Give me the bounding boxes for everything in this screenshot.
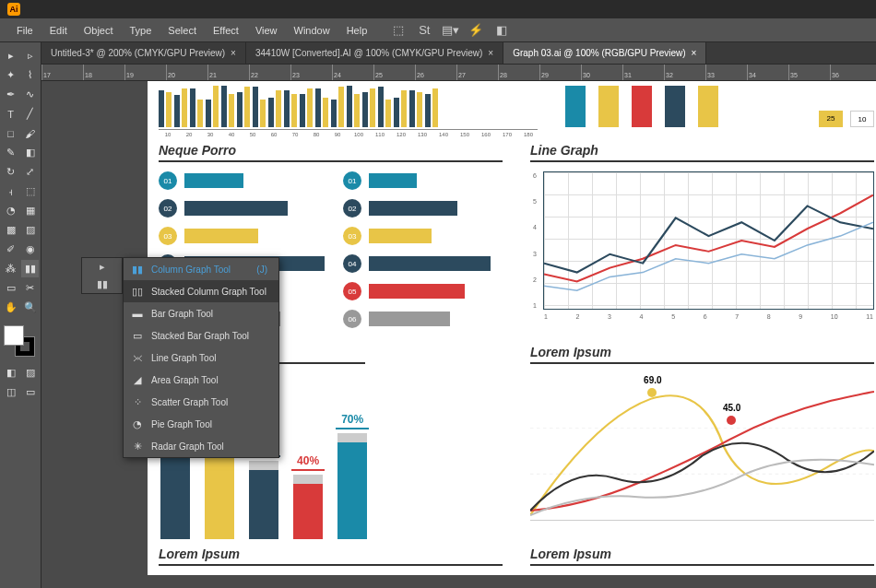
flyout-item-area-graph-tool[interactable]: ◢Area Graph Tool [124, 369, 278, 391]
zoom-tool[interactable]: 🔍 [21, 299, 39, 316]
arrange-icon[interactable]: ▤▾ [442, 22, 458, 39]
flyout-label: Column Graph Tool [151, 265, 231, 275]
flyout-item-scatter-graph-tool[interactable]: ⁘Scatter Graph Tool [124, 391, 278, 413]
mesh-tool[interactable]: ▩ [2, 221, 19, 239]
column-graph-tool[interactable]: ▮▮ [21, 260, 39, 277]
bar [354, 94, 360, 127]
perspective-tool[interactable]: ▦ [21, 202, 39, 219]
bar [370, 88, 375, 127]
free-transform-tool[interactable]: ⬚ [21, 182, 39, 200]
shape-builder-tool[interactable]: ◔ [2, 202, 19, 219]
annotation: 45.0 [723, 403, 740, 413]
bar [307, 88, 313, 127]
prefs-icon[interactable]: ◧ [493, 22, 510, 39]
badge: 03 [159, 227, 177, 245]
doc-tab-1[interactable]: Untitled-3* @ 200% (CMYK/GPU Preview)× [41, 42, 246, 64]
flyout-item-line-graph-tool[interactable]: ⩙Line Graph Tool [124, 347, 278, 369]
blend-tool[interactable]: ◉ [21, 241, 39, 258]
flyout-item-stacked-bar-graph-tool[interactable]: ▭Stacked Bar Graph Tool [124, 324, 278, 347]
doc-tab-3[interactable]: Graph 03.ai @ 100% (RGB/GPU Preview)× [503, 42, 706, 64]
annotation: 69.0 [644, 375, 661, 385]
hand-tool[interactable]: ✋ [2, 299, 19, 316]
symbol-sprayer-tool[interactable]: ⁂ [2, 260, 19, 277]
eyedropper-tool[interactable]: ✐ [2, 241, 19, 258]
color-mode[interactable]: ◧ [2, 364, 19, 382]
shaper-tool[interactable]: ✎ [2, 144, 19, 161]
close-icon[interactable]: × [231, 48, 236, 58]
stock-icon[interactable]: St [416, 22, 432, 39]
magic-wand-tool[interactable]: ✦ [2, 66, 19, 84]
annotation-dot [727, 416, 736, 425]
flyout-drag-handle[interactable]: ▸ ▮▮ [81, 257, 123, 294]
type-tool[interactable]: T [2, 105, 19, 123]
flyout-item-stacked-column-graph-tool[interactable]: ▯▯Stacked Column Graph Tool [124, 280, 278, 302]
section-title: Lorem Ipsum [530, 345, 874, 364]
bar [276, 90, 281, 127]
artboard-tool[interactable]: ▭ [2, 279, 19, 297]
section-title: Neque Porro [159, 143, 503, 162]
menu-type[interactable]: Type [123, 21, 160, 40]
menu-window[interactable]: Window [287, 21, 337, 40]
pen-tool[interactable]: ✒ [2, 86, 19, 103]
bar [347, 86, 352, 127]
eraser-tool[interactable]: ◧ [21, 144, 39, 161]
section-title: Lorem Ipsum [530, 547, 874, 566]
menu-file[interactable]: File [9, 21, 41, 40]
graph-tool-icon: ⁘ [131, 395, 144, 408]
bar [665, 86, 685, 127]
direct-selection-tool[interactable]: ▹ [21, 47, 39, 65]
bar [323, 98, 328, 127]
menu-edit[interactable]: Edit [42, 21, 75, 40]
bar [598, 86, 619, 127]
flyout-label: Radar Graph Tool [151, 441, 224, 452]
bar [369, 256, 491, 271]
bar [190, 88, 195, 127]
menu-help[interactable]: Help [339, 21, 375, 40]
menu-effect[interactable]: Effect [206, 21, 246, 40]
slice-tool[interactable]: ✂ [21, 279, 39, 297]
bar [565, 86, 586, 127]
gradient-mode[interactable]: ▨ [21, 364, 39, 382]
menu-view[interactable]: View [248, 21, 285, 40]
gpu-icon[interactable]: ⚡ [468, 22, 484, 39]
bar [394, 98, 399, 127]
bar [268, 98, 274, 127]
scale-tool[interactable]: ⤢ [21, 163, 39, 181]
draw-mode[interactable]: ◫ [2, 383, 19, 401]
search-icon[interactable]: ⬚ [390, 22, 407, 39]
line-tool[interactable]: ╱ [21, 105, 39, 123]
flyout-item-bar-graph-tool[interactable]: ▬Bar Graph Tool [124, 302, 278, 324]
curvature-tool[interactable]: ∿ [21, 86, 39, 103]
menu-object[interactable]: Object [77, 21, 121, 40]
bar [221, 86, 227, 127]
rectangle-tool[interactable]: □ [2, 124, 19, 142]
rotate-tool[interactable]: ↻ [2, 163, 19, 181]
bar [432, 88, 438, 127]
gradient-tool[interactable]: ▨ [21, 221, 39, 239]
flyout-item-radar-graph-tool[interactable]: ✳Radar Graph Tool [124, 435, 278, 457]
flyout-item-pie-graph-tool[interactable]: ◔Pie Graph Tool [124, 413, 278, 435]
title-bar: Ai [0, 0, 876, 18]
bar [698, 86, 718, 127]
bar [409, 90, 415, 127]
lasso-tool[interactable]: ⌇ [21, 66, 39, 84]
graph-tool-icon: ▯▯ [131, 285, 144, 298]
flyout-label: Line Graph Tool [151, 353, 216, 363]
close-icon[interactable]: × [488, 48, 493, 58]
color-swatches[interactable] [2, 323, 39, 359]
selection-tool[interactable]: ▸ [2, 47, 19, 65]
fill-swatch[interactable] [4, 325, 24, 346]
paintbrush-tool[interactable]: 🖌 [21, 124, 39, 142]
flyout-item-column-graph-tool[interactable]: ▮▮Column Graph Tool(J) [124, 258, 278, 280]
close-icon[interactable]: × [692, 48, 697, 58]
width-tool[interactable]: ⫞ [2, 182, 19, 200]
graph-tool-icon: ▭ [131, 329, 144, 342]
bar [401, 90, 407, 127]
graph-tool-icon: ⩙ [131, 351, 144, 364]
graph-tool-icon: ✳ [131, 440, 144, 453]
bar [331, 100, 337, 127]
menu-select[interactable]: Select [160, 21, 204, 40]
doc-tab-2[interactable]: 34410W [Converted].AI @ 100% (CMYK/GPU P… [246, 42, 503, 64]
badge: 05 [343, 282, 361, 300]
screen-mode[interactable]: ▭ [21, 383, 39, 401]
